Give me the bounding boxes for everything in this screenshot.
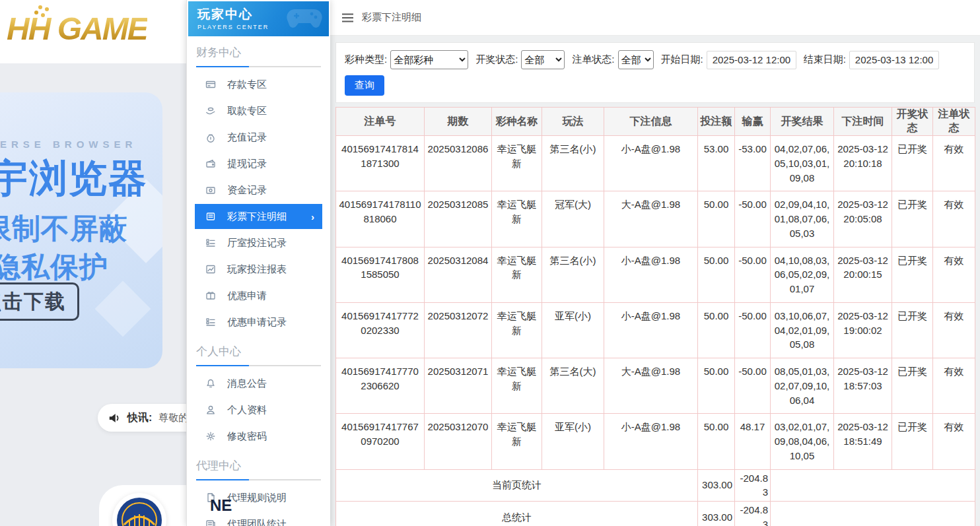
col-header-bet-amount: 投注额 — [698, 108, 735, 136]
sidebar-item-label: 提现记录 — [227, 158, 267, 170]
search-button[interactable]: 查询 — [345, 75, 384, 96]
cell-bet-info: 小-A盘@1.98 — [604, 414, 698, 469]
cell-bet-amount: 50.00 — [698, 414, 735, 469]
cell-draw-status: 已开奖 — [892, 247, 933, 302]
summary-row: 总统计303.00-204.83 — [336, 502, 975, 526]
sidebar-nav: 财务中心存款专区取款专区充值记录提现记录资金记录彩票下注明细›厅室投注记录玩家投… — [187, 36, 330, 526]
cell-bet-info: 小-A盘@1.98 — [604, 302, 698, 358]
main-panel: 彩票下注明细 彩种类型: 全部彩种 开奖状态: 全部 注单状态: 全部 开始日期… — [330, 0, 980, 526]
start-date-input[interactable] — [707, 51, 796, 69]
logo-confetti-dots — [38, 5, 42, 9]
cell-order-no: 401569174178110818060 — [336, 191, 425, 247]
cell-draw-result: 03,10,06,07,04,02,01,09,05,08 — [771, 302, 834, 358]
cell-order-status: 有效 — [933, 136, 975, 191]
sidebar-item-gear[interactable]: 修改密码 — [187, 423, 330, 449]
cell-draw-status: 已开奖 — [892, 414, 933, 469]
draw-status-select[interactable]: 全部 — [521, 50, 565, 69]
cell-bet-amount: 50.00 — [698, 302, 735, 358]
sidebar-item-doc[interactable]: 代理规则说明 — [187, 484, 330, 511]
cell-bet-info: 大-A盘@1.98 — [604, 191, 698, 247]
sidebar-section-underline — [196, 479, 321, 480]
summary-bet-total: 303.00 — [698, 469, 735, 502]
cell-draw-result: 04,10,08,03,06,05,02,09,01,07 — [771, 247, 834, 302]
cell-lottery-name: 幸运飞艇新 — [492, 302, 542, 358]
cell-play: 亚军(小) — [542, 414, 604, 469]
sidebar-item-lottery-detail[interactable]: 彩票下注明细› — [195, 204, 322, 229]
order-status-select[interactable]: 全部 — [618, 50, 654, 69]
cell-draw-status: 已开奖 — [892, 358, 933, 414]
cell-period: 20250312085 — [425, 191, 492, 247]
sidebar-item-hall-record[interactable]: 厅室投注记录 — [187, 230, 330, 256]
sidebar-item-label: 厅室投注记录 — [227, 237, 287, 249]
cell-bet-time: 2025-03-12 18:57:03 — [834, 358, 892, 414]
sidebar-item-label: 玩家投注报表 — [227, 263, 287, 276]
summary-bet-total: 303.00 — [698, 502, 735, 526]
sidebar-item-cashout-wallet[interactable]: 提现记录 — [187, 150, 330, 177]
sidebar-item-player-report[interactable]: 玩家投注报表 — [187, 256, 330, 282]
cell-order-status: 有效 — [933, 358, 975, 414]
cell-order-no: 401569174177670970200 — [336, 414, 425, 469]
cell-win-loss: -50.00 — [735, 247, 771, 302]
hamburger-menu-icon[interactable] — [342, 13, 353, 22]
sidebar-item-bell[interactable]: 消息公告 — [187, 370, 330, 397]
cell-order-status: 有效 — [933, 191, 975, 247]
cell-draw-result: 03,02,01,07,09,08,04,06,10,05 — [771, 414, 834, 469]
hall-record-icon — [205, 238, 216, 248]
sidebar-item-team-stats[interactable]: 代理团队统计 — [187, 511, 330, 526]
cell-win-loss: -53.00 — [735, 136, 771, 191]
col-header-lottery-name: 彩种名称 — [492, 108, 542, 136]
sidebar-section-underline — [196, 365, 321, 366]
cell-period: 20250312071 — [425, 358, 492, 414]
sidebar-item-promo-record[interactable]: 优惠申请记录 — [187, 309, 330, 335]
sidebar-item-recharge-bag[interactable]: 充值记录 — [187, 124, 330, 150]
team-stats-icon — [205, 519, 216, 526]
cell-order-no: 401569174178141871300 — [336, 136, 425, 191]
sidebar-section-label: 个人中心 — [187, 335, 330, 365]
cell-lottery-name: 幸运飞艇新 — [492, 414, 542, 469]
sidebar-item-label: 代理团队统计 — [227, 518, 287, 526]
cell-bet-amount: 53.00 — [698, 136, 735, 191]
cell-draw-result: 02,09,04,10,01,08,07,06,05,03 — [771, 191, 834, 247]
cell-lottery-name: 幸运飞艇新 — [492, 136, 542, 191]
col-header-order-status: 注单状态 — [933, 108, 975, 136]
cell-period: 20250312084 — [425, 247, 492, 302]
sidebar-item-promo[interactable]: 优惠申请 — [187, 282, 330, 309]
cell-bet-amount: 50.00 — [698, 358, 735, 414]
cell-bet-time: 2025-03-12 20:00:15 — [834, 247, 892, 302]
bell-icon — [205, 378, 216, 389]
cell-draw-result: 04,02,07,06,05,10,03,01,09,08 — [771, 136, 834, 191]
cell-bet-time: 2025-03-12 20:10:18 — [834, 136, 892, 191]
user-icon — [205, 405, 216, 415]
table-row: 40156917417767097020020250312070幸运飞艇新亚军(… — [336, 414, 975, 469]
browser-ad-banner[interactable]: ERSE BROWSER 宇浏览器 限制不屏蔽 隐私保护 点击下载 — [0, 92, 162, 368]
sidebar-item-deposit-card[interactable]: 存款专区 — [187, 71, 330, 98]
table-row: 40156917417772020233020250312072幸运飞艇新亚军(… — [336, 302, 975, 358]
cell-draw-status: 已开奖 — [892, 302, 933, 358]
cell-win-loss: 48.17 — [735, 414, 771, 469]
banner-decor-shape — [95, 281, 151, 337]
cashout-wallet-icon — [205, 158, 216, 169]
sidebar-item-label: 个人资料 — [227, 404, 267, 416]
end-date-input[interactable] — [849, 51, 939, 69]
cell-bet-info: 小-A盘@1.98 — [604, 136, 698, 191]
banner-subtitle: ERSE BROWSER — [0, 139, 137, 150]
ticker-label: 快讯: — [127, 411, 152, 425]
cell-draw-status: 已开奖 — [892, 191, 933, 247]
col-header-period: 期数 — [425, 108, 492, 136]
cell-bet-amount: 50.00 — [698, 191, 735, 247]
sidebar-item-funds[interactable]: 资金记录 — [187, 177, 330, 203]
col-header-draw-status: 开奖状态 — [892, 108, 933, 136]
sidebar-item-withdraw-hand[interactable]: 取款专区 — [187, 98, 330, 124]
cell-bet-info: 大-A盘@1.98 — [604, 358, 698, 414]
download-button[interactable]: 点击下载 — [0, 282, 79, 321]
col-header-win-loss: 输赢 — [735, 108, 771, 136]
table-row: 40156917417770230662020250312071幸运飞艇新第三名… — [336, 358, 975, 414]
table-row: 40156917417814187130020250312086幸运飞艇新第三名… — [336, 136, 975, 191]
sidebar-item-user[interactable]: 个人资料 — [187, 397, 330, 423]
col-header-play: 玩法 — [542, 108, 604, 136]
banner-slogan-1: 限制不屏蔽 — [0, 210, 128, 248]
end-date-label: 结束日期: — [804, 53, 846, 66]
hh-game-logo: HH GAME — [7, 11, 147, 47]
lottery-type-select[interactable]: 全部彩种 — [390, 50, 468, 69]
team-logo — [112, 493, 166, 526]
